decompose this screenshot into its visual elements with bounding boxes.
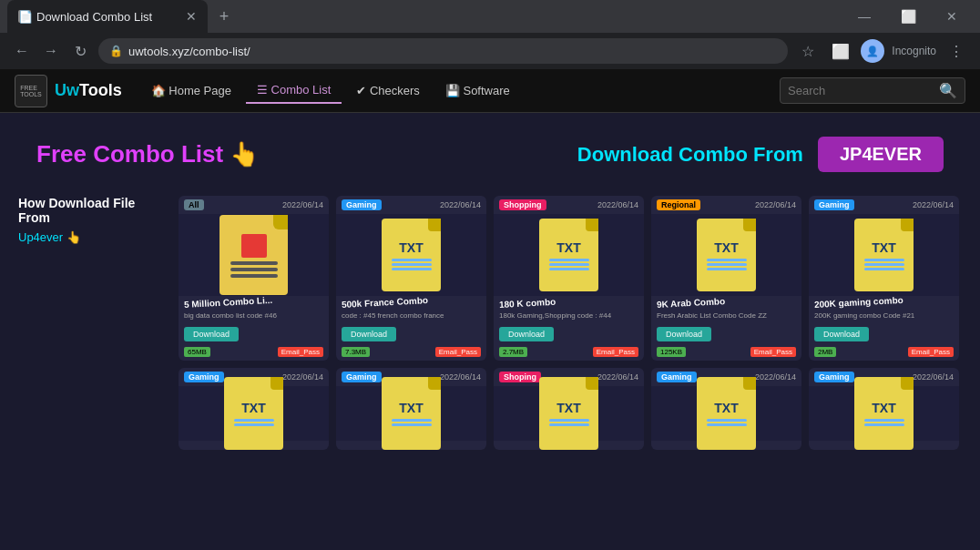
card-date: 2022/06/14 (913, 200, 954, 209)
card-header: Regional 2022/06/14 (651, 196, 801, 214)
card-date: 2022/06/14 (755, 200, 796, 209)
card-category: Shoping (499, 372, 541, 382)
file-lines (864, 419, 904, 426)
card-thumbnail: TXT (179, 386, 329, 441)
file-lines (234, 419, 274, 426)
nav-combo-list[interactable]: ☰ Combo List (246, 77, 342, 104)
site-search[interactable]: 🔍 (780, 77, 965, 104)
close-button[interactable]: ✕ (931, 2, 973, 31)
card-info: 180 K combo 180k Gaming,Shopping code : … (494, 296, 644, 323)
nav-checkers[interactable]: ✔ Checkers (345, 78, 431, 103)
card-type: Email_Pass (435, 347, 481, 357)
download-button[interactable]: Download (814, 327, 869, 341)
card-size: 2MB (814, 347, 836, 357)
file-lines (549, 419, 589, 426)
file-label: TXT (872, 240, 895, 255)
site-header: FREETOOLS UwTools 🏠 Home Page ☰ Combo Li… (0, 69, 980, 113)
download-button[interactable]: Download (657, 327, 711, 341)
content-area: How Download File From Up4ever 👆 All 202… (18, 196, 962, 450)
card-date: 2022/06/14 (755, 372, 796, 382)
logo-uw: Uw (55, 81, 79, 99)
back-button[interactable]: ← (11, 40, 33, 62)
site-logo: FREETOOLS UwTools (15, 75, 122, 107)
search-input[interactable] (788, 84, 934, 97)
download-button[interactable]: Download (184, 327, 239, 341)
refresh-button[interactable]: ↻ (69, 40, 91, 62)
side-link[interactable]: Up4ever 👆 (18, 230, 164, 244)
list-item: Gaming 2022/06/14 TXT (651, 368, 801, 450)
list-item: Gaming 2022/06/14 TXT (809, 368, 959, 450)
file-lines (707, 259, 747, 270)
url-text: uwtools.xyz/combo-list/ (128, 45, 250, 58)
card-header: Shopping 2022/06/14 (494, 196, 644, 214)
profile-badge[interactable]: 👤 (861, 39, 884, 63)
file-label: TXT (714, 240, 738, 255)
list-item: Gaming 2022/06/14 TXT (179, 368, 329, 450)
download-button[interactable]: Download (499, 327, 554, 341)
card-category: Gaming (814, 199, 854, 210)
card-category: Gaming (184, 372, 224, 382)
card-footer: 125KB Email_Pass (651, 345, 801, 361)
file-label: TXT (556, 401, 580, 415)
card-subtitle: 200K gaming combo Code #21 (814, 311, 954, 320)
file-label: TXT (399, 401, 423, 415)
file-icon: TXT (697, 377, 756, 450)
minimize-button[interactable]: — (843, 2, 885, 31)
file-icon: TXT (539, 377, 598, 450)
card-header: Gaming 2022/06/14 (809, 196, 959, 214)
card-date: 2022/06/14 (913, 372, 954, 382)
list-item: Gaming 2022/06/14 TXT (336, 368, 486, 450)
card-footer: 65MB Email_Pass (179, 345, 329, 361)
card-thumbnail: TXT (809, 214, 959, 296)
main-content: Free Combo List 👆 Download Combo From JP… (0, 113, 980, 464)
hero-subtitle: Download Combo From (577, 143, 803, 167)
cards-row-2: Gaming 2022/06/14 TXT Gami (179, 368, 962, 450)
file-icon: TXT (224, 377, 283, 450)
card-header: Gaming 2022/06/14 (336, 196, 486, 214)
file-label: TXT (241, 401, 265, 415)
list-item: Shopping 2022/06/14 TXT 180 K combo (494, 196, 644, 361)
cards-row-1: All 2022/06/14 5 Million Combo Li... (179, 196, 962, 361)
tab-favicon: 📄 (18, 10, 31, 23)
card-thumbnail: TXT (809, 386, 959, 441)
card-thumbnail: TXT (336, 214, 486, 296)
jp4ever-button[interactable]: JP4EVER (818, 137, 944, 172)
card-date: 2022/06/14 (440, 372, 481, 382)
nav-software[interactable]: 💾 💾 SoftwareSoftware (434, 78, 521, 103)
url-bar[interactable]: 🔒 uwtools.xyz/combo-list/ (98, 38, 788, 64)
bookmark-button[interactable]: ☆ (795, 38, 821, 64)
card-date: 2022/06/14 (597, 200, 638, 209)
download-button[interactable]: Download (342, 327, 396, 341)
menu-button[interactable]: ⋮ (944, 38, 969, 64)
tab-close-button[interactable]: ✕ (186, 9, 197, 24)
file-label: TXT (556, 240, 580, 255)
card-thumbnail: TXT (494, 386, 644, 441)
side-info: How Download File From Up4ever 👆 (18, 196, 164, 450)
cards-grid: All 2022/06/14 5 Million Combo Li... (179, 196, 962, 450)
card-size: 7.3MB (342, 347, 370, 357)
forward-button[interactable]: → (40, 40, 62, 62)
card-date: 2022/06/14 (440, 200, 481, 209)
search-icon[interactable]: 🔍 (939, 82, 957, 99)
active-tab[interactable]: 📄 Download Combo List ✕ (7, 0, 208, 33)
tab-bar: 📄 Download Combo List ✕ + — ⬜ ✕ (0, 0, 980, 33)
card-category: All (184, 199, 204, 210)
card-thumbnail (179, 214, 329, 296)
file-icon: TXT (697, 219, 756, 291)
card-header: All 2022/06/14 (179, 196, 329, 214)
card-thumbnail: TXT (651, 214, 801, 296)
nav-home[interactable]: 🏠 Home Page (140, 78, 242, 103)
list-item: Gaming 2022/06/14 TXT 500k France Combo (336, 196, 486, 361)
logo-text: UwTools (55, 81, 122, 100)
new-tab-button[interactable]: + (211, 4, 237, 29)
hero-title: Free Combo List 👆 (36, 140, 259, 168)
file-lines (549, 259, 589, 270)
list-item: Regional 2022/06/14 TXT 9K Arab Combo (651, 196, 801, 361)
maximize-button[interactable]: ⬜ (887, 2, 929, 31)
card-subtitle: code : #45 french combo france (342, 311, 481, 320)
card-info: 5 Million Combo Li... big data combo lis… (179, 296, 329, 323)
file-icon-lines (230, 261, 278, 278)
card-size: 125KB (657, 347, 686, 357)
file-lines (392, 419, 432, 426)
tab-search-button[interactable]: ⬜ (828, 38, 853, 64)
